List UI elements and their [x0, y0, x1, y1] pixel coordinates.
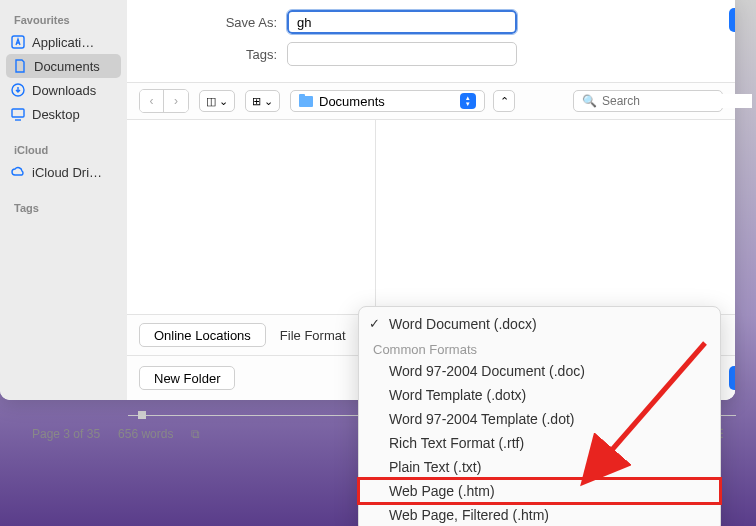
- sidebar-item-applications[interactable]: Applicati…: [0, 30, 127, 54]
- search-input[interactable]: [602, 94, 752, 108]
- stepper-icon: ▴▾: [460, 93, 476, 109]
- format-option[interactable]: Web Page, Filtered (.htm): [359, 503, 720, 526]
- view-columns-button[interactable]: ◫⌄: [199, 90, 235, 112]
- chevron-down-icon: ⌄: [264, 95, 273, 108]
- chevron-up-icon: ⌃: [500, 95, 509, 108]
- online-locations-button[interactable]: Online Locations: [139, 323, 266, 347]
- folder-icon: [299, 96, 313, 107]
- sidebar-item-desktop[interactable]: Desktop: [0, 102, 127, 126]
- format-option[interactable]: Rich Text Format (.rtf): [359, 431, 720, 455]
- sidebar-header-favourites: Favourites: [0, 8, 127, 30]
- sidebar-item-label: Desktop: [32, 107, 80, 122]
- sidebar-header-icloud: iCloud: [0, 138, 127, 160]
- file-format-label: File Format: [280, 328, 346, 343]
- back-button[interactable]: ‹: [140, 90, 164, 112]
- sidebar-item-label: iCloud Dri…: [32, 165, 102, 180]
- layout-icon[interactable]: ⧉: [191, 427, 200, 441]
- sidebar-item-label: Downloads: [32, 83, 96, 98]
- document-icon: [12, 58, 28, 74]
- collapse-button[interactable]: ⌃: [493, 90, 515, 112]
- location-dropdown[interactable]: Documents ▴▾: [290, 90, 485, 112]
- format-option-highlighted[interactable]: Web Page (.htm): [359, 479, 720, 503]
- chevron-right-icon: ›: [174, 94, 178, 108]
- location-label: Documents: [319, 94, 385, 109]
- word-count: 656 words: [118, 427, 173, 441]
- new-folder-button[interactable]: New Folder: [139, 366, 235, 390]
- chevron-down-icon: ⌄: [219, 95, 228, 108]
- sidebar-item-documents[interactable]: Documents: [6, 54, 121, 78]
- grid-icon: ⊞: [252, 95, 261, 108]
- toolbar: ‹ › ◫⌄ ⊞⌄ Documents ▴▾ ⌃ 🔍: [127, 82, 735, 120]
- tags-label: Tags:: [147, 47, 287, 62]
- columns-icon: ◫: [206, 95, 216, 108]
- download-icon: [10, 82, 26, 98]
- format-option[interactable]: Word 97-2004 Document (.doc): [359, 359, 720, 383]
- file-format-dropdown: Word Document (.docx) Common Formats Wor…: [358, 306, 721, 526]
- chevron-left-icon: ‹: [150, 94, 154, 108]
- svg-rect-2: [12, 109, 24, 117]
- app-icon: [10, 34, 26, 50]
- sidebar-item-label: Documents: [34, 59, 100, 74]
- nav-buttons: ‹ ›: [139, 89, 189, 113]
- sidebar-item-label: Applicati…: [32, 35, 94, 50]
- tags-input[interactable]: [287, 42, 517, 66]
- file-browser[interactable]: [127, 120, 735, 314]
- format-option[interactable]: Word Template (.dotx): [359, 383, 720, 407]
- search-icon: 🔍: [582, 94, 597, 108]
- cloud-icon: [10, 164, 26, 180]
- group-button[interactable]: ⊞⌄: [245, 90, 280, 112]
- sidebar-item-downloads[interactable]: Downloads: [0, 78, 127, 102]
- primary-action-edge[interactable]: [729, 366, 735, 390]
- primary-action-edge[interactable]: [729, 8, 735, 32]
- format-option[interactable]: Plain Text (.txt): [359, 455, 720, 479]
- save-as-input[interactable]: [287, 10, 517, 34]
- format-option[interactable]: Word 97-2004 Template (.dot): [359, 407, 720, 431]
- desktop-icon: [10, 106, 26, 122]
- search-box[interactable]: 🔍: [573, 90, 723, 112]
- sidebar-item-icloud-drive[interactable]: iCloud Dri…: [0, 160, 127, 184]
- save-as-label: Save As:: [147, 15, 287, 30]
- sidebar: Favourites Applicati… Documents Download…: [0, 0, 127, 400]
- sidebar-header-tags: Tags: [0, 196, 127, 218]
- forward-button[interactable]: ›: [164, 90, 188, 112]
- page-indicator: Page 3 of 35: [32, 427, 100, 441]
- dropdown-header: Common Formats: [359, 336, 720, 359]
- format-option-selected[interactable]: Word Document (.docx): [359, 312, 720, 336]
